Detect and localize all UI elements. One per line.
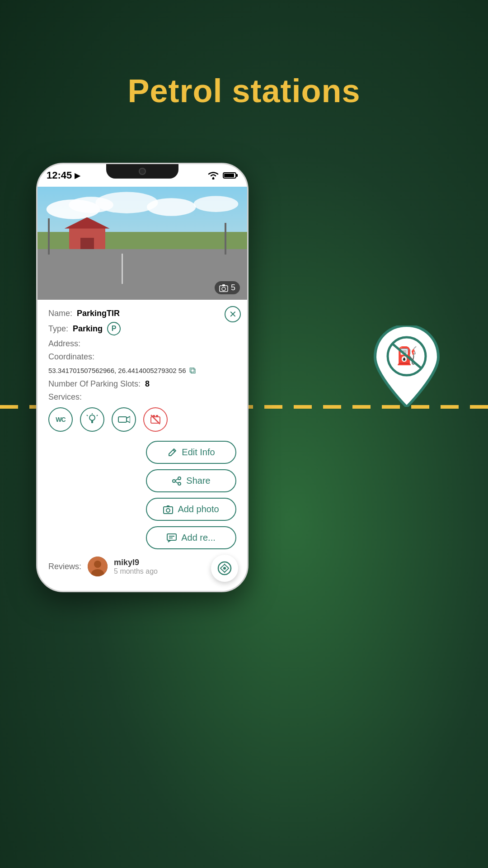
svg-line-26 — [87, 415, 88, 416]
battery-icon — [223, 171, 238, 179]
svg-point-36 — [173, 480, 175, 482]
svg-point-19 — [194, 196, 239, 212]
service-camera-icon — [112, 407, 136, 432]
add-review-button[interactable]: Add re... — [146, 526, 236, 549]
svg-marker-29 — [127, 416, 130, 423]
copy-coordinates-button[interactable]: ⧉ — [189, 365, 196, 376]
type-row: Type: Parking P — [48, 322, 236, 335]
svg-rect-22 — [222, 284, 225, 286]
svg-rect-43 — [167, 534, 176, 540]
location-photo: 5 — [38, 187, 247, 300]
svg-line-38 — [175, 479, 178, 481]
map-pin: ⛽ — [371, 326, 443, 407]
services-icons: WC — [48, 407, 236, 432]
svg-point-18 — [147, 198, 196, 216]
svg-point-23 — [89, 415, 95, 420]
svg-point-50 — [223, 567, 226, 570]
location-icon: ▶ — [75, 171, 80, 180]
svg-line-39 — [175, 481, 178, 483]
svg-point-21 — [222, 287, 225, 291]
svg-point-35 — [178, 477, 181, 480]
svg-point-37 — [178, 482, 181, 485]
wifi-icon — [207, 171, 219, 179]
phone-mockup: 12:45 ▶ — [36, 163, 249, 592]
front-camera — [139, 168, 146, 175]
action-buttons: Edit Info Share Add photo Add re... — [48, 441, 236, 549]
svg-rect-6 — [236, 174, 238, 177]
page-title: Petrol stations — [0, 0, 488, 109]
phone-notch — [106, 164, 178, 179]
name-row: Name: ParkingTIR — [48, 309, 236, 318]
add-photo-button[interactable]: Add photo — [146, 498, 236, 521]
parking-slots-row: Number Of Parking Slots: 8 — [48, 379, 236, 389]
svg-rect-7 — [224, 174, 234, 177]
parking-type-badge: P — [107, 322, 121, 335]
service-light-icon — [80, 407, 104, 432]
svg-point-41 — [166, 509, 170, 512]
service-prohibited-icon — [143, 407, 168, 432]
services-label: Services: — [48, 392, 236, 402]
address-row: Address: — [48, 339, 236, 349]
svg-rect-33 — [156, 415, 158, 417]
close-button[interactable]: ✕ — [225, 306, 241, 322]
edit-info-button[interactable]: Edit Info — [146, 441, 236, 464]
svg-line-27 — [97, 415, 98, 416]
status-time: 12:45 ▶ — [47, 170, 80, 181]
service-wc-icon: WC — [48, 407, 73, 432]
power-button — [248, 259, 249, 286]
info-panel: ✕ Name: ParkingTIR Type: Parking P Addre… — [38, 300, 247, 591]
svg-rect-32 — [153, 415, 155, 417]
volume-up-button — [36, 245, 37, 264]
road-surface — [38, 249, 247, 300]
photo-counter: 5 — [215, 281, 240, 294]
navigation-fab[interactable] — [211, 555, 238, 582]
reviewer-info: mikyl9 5 months ago — [114, 558, 158, 576]
coordinates-row: 53.341701507562966, 26.4414005279302 56 … — [48, 365, 236, 376]
svg-rect-28 — [118, 417, 127, 422]
share-button[interactable]: Share — [146, 469, 236, 492]
svg-rect-42 — [167, 505, 169, 507]
reviewer-avatar — [88, 557, 108, 576]
coordinates-label-row: Coordinates: — [48, 352, 236, 362]
svg-rect-24 — [91, 420, 93, 423]
volume-down-button — [36, 273, 37, 291]
reviews-section: Reviews: mikyl9 5 months ago — [48, 557, 236, 576]
svg-point-4 — [212, 178, 215, 180]
building — [69, 226, 105, 249]
status-icons — [207, 171, 238, 179]
svg-point-47 — [94, 561, 101, 568]
